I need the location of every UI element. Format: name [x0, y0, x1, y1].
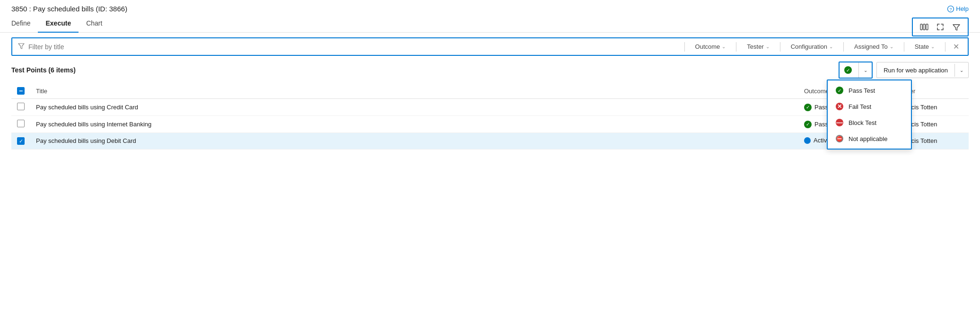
row-title: Pay scheduled bills using Internet Banki…	[30, 116, 798, 133]
test-points-header: Test Points (6 items) ✓ ⌄ ✓ Pass Test	[11, 62, 969, 79]
expand-icon	[936, 23, 944, 31]
main-content: Test Points (6 items) ✓ ⌄ ✓ Pass Test	[11, 62, 969, 150]
filter-button[interactable]	[949, 20, 964, 34]
row-checkbox[interactable]: ✓	[17, 137, 25, 145]
row-title: Pay scheduled bills using Credit Card	[30, 99, 798, 116]
outcome-dropdown-menu: ✓ Pass Test ✕ Fail Test — Block Test	[827, 80, 912, 150]
assigned-to-chevron-icon: ⌄	[890, 44, 893, 49]
filter-input-area	[18, 43, 680, 51]
columns-button[interactable]	[917, 20, 932, 34]
assigned-to-filter[interactable]: Assigned To ⌄	[849, 41, 899, 52]
svg-rect-2	[920, 24, 922, 30]
dropdown-not-applicable[interactable]: ⛔ Not applicable	[828, 131, 911, 147]
header-actions: ✓ ⌄ ✓ Pass Test ✕ Fail Test	[839, 62, 969, 79]
test-points-table: − Title Outcome Order Tester Pay schedul…	[11, 83, 969, 150]
row-checkbox[interactable]	[17, 103, 25, 110]
outcome-action-main[interactable]: ✓	[840, 62, 857, 78]
state-chevron-icon: ⌄	[931, 44, 935, 49]
svg-text:?: ?	[950, 7, 952, 12]
passed-icon: ✓	[804, 104, 812, 111]
outcome-chevron-icon: ⌄	[722, 44, 726, 49]
row-checkbox[interactable]	[17, 120, 25, 127]
filter-funnel-icon	[18, 43, 25, 51]
configuration-filter[interactable]: Configuration ⌄	[785, 41, 839, 52]
select-all-checkbox[interactable]: −	[17, 87, 25, 95]
tabs-bar: Define Execute Chart	[0, 16, 980, 33]
table-body: Pay scheduled bills using Credit Card✓Pa…	[11, 99, 969, 150]
page-header: 3850 : Pay scheduled bills (ID: 3866) ? …	[0, 0, 980, 16]
filter-icon	[953, 23, 960, 31]
outcome-action-chevron[interactable]: ⌄	[858, 62, 872, 78]
col-header-title: Title	[30, 83, 798, 99]
row-checkbox-cell[interactable]	[11, 116, 30, 133]
tab-define[interactable]: Define	[11, 16, 38, 33]
na-icon: ⛔	[835, 134, 844, 143]
run-for-web-button[interactable]: Run for web application ⌄	[876, 62, 969, 78]
block-icon: —	[835, 118, 844, 127]
active-icon	[804, 137, 811, 144]
filter-clear-button[interactable]: ✕	[950, 42, 962, 51]
run-btn-chevron-icon[interactable]: ⌄	[955, 62, 968, 78]
green-check-icon: ✓	[844, 66, 852, 74]
help-icon: ?	[947, 6, 954, 12]
table-row: ✓Pay scheduled bills using Debit CardAct…	[11, 133, 969, 150]
fail-icon: ✕	[835, 102, 844, 111]
filter-title-input[interactable]	[28, 43, 680, 51]
configuration-chevron-icon: ⌄	[829, 44, 833, 49]
columns-icon	[920, 23, 928, 31]
filter-sep-1	[684, 42, 685, 52]
dropdown-block-test[interactable]: — Block Test	[828, 115, 911, 131]
row-title: Pay scheduled bills using Debit Card	[30, 133, 798, 150]
tester-chevron-icon: ⌄	[766, 44, 770, 49]
tab-chart[interactable]: Chart	[79, 16, 110, 33]
filter-sep-4	[843, 42, 844, 52]
row-checkbox-cell[interactable]	[11, 99, 30, 116]
pass-icon: ✓	[835, 86, 844, 95]
filter-sep-6	[945, 42, 945, 52]
dropdown-fail-test[interactable]: ✕ Fail Test	[828, 98, 911, 115]
passed-icon: ✓	[804, 121, 812, 128]
page-title: 3850 : Pay scheduled bills (ID: 3866)	[11, 5, 127, 13]
svg-rect-3	[923, 24, 925, 30]
dropdown-pass-test[interactable]: ✓ Pass Test	[828, 82, 911, 98]
table-header-row: − Title Outcome Order Tester	[11, 83, 969, 99]
filter-bar: Outcome ⌄ Tester ⌄ Configuration ⌄ Assig…	[11, 37, 969, 56]
state-filter[interactable]: State ⌄	[909, 41, 940, 52]
svg-rect-4	[926, 24, 928, 30]
filter-sep-2	[736, 42, 736, 52]
table-row: Pay scheduled bills using Internet Banki…	[11, 116, 969, 133]
col-header-checkbox[interactable]: −	[11, 83, 30, 99]
run-btn-label[interactable]: Run for web application	[877, 64, 955, 77]
table-row: Pay scheduled bills using Credit Card✓Pa…	[11, 99, 969, 116]
test-points-title: Test Points (6 items)	[11, 66, 76, 74]
funnel-icon	[18, 43, 25, 49]
help-link[interactable]: ? Help	[947, 5, 969, 12]
tab-execute[interactable]: Execute	[38, 16, 79, 33]
tester-filter[interactable]: Tester ⌄	[741, 41, 775, 52]
expand-button[interactable]	[933, 20, 948, 34]
filter-sep-5	[904, 42, 904, 52]
row-checkbox-cell[interactable]: ✓	[11, 133, 30, 150]
filter-sep-3	[780, 42, 780, 52]
toolbar-icons	[912, 18, 969, 36]
outcome-filter[interactable]: Outcome ⌄	[690, 41, 732, 52]
outcome-action-button[interactable]: ✓ ⌄	[839, 62, 873, 79]
